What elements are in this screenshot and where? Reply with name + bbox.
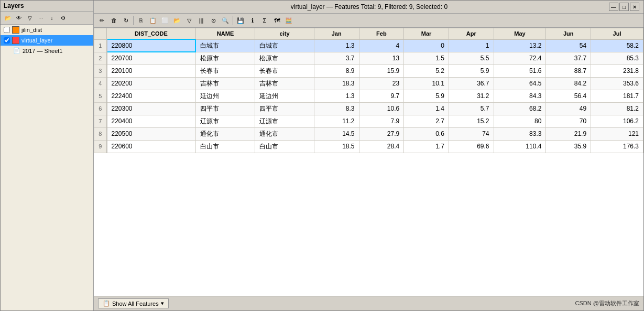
row-number: 2 — [94, 52, 107, 65]
cell-apr: 5.7 — [449, 102, 494, 115]
cell-apr: 5.5 — [449, 52, 494, 65]
cell-city: 吉林市 — [255, 77, 314, 90]
edit-pencil-icon[interactable]: ✏ — [96, 15, 107, 26]
info-icon[interactable]: ℹ — [247, 15, 258, 26]
save-icon[interactable]: 💾 — [235, 15, 246, 26]
cell-dist_code: 220800 — [107, 39, 196, 52]
table-row[interactable]: 7220400辽源市辽源市11.27.92.715.28070106.2 — [94, 115, 643, 127]
row-number: 9 — [94, 140, 107, 153]
toolbar-separator-2 — [233, 16, 233, 25]
table-row[interactable]: 6220300四平市四平市8.310.61.45.768.24981.2 — [94, 102, 643, 115]
map-icon[interactable]: 🗺 — [271, 15, 282, 26]
col-header-mar[interactable]: Mar — [404, 28, 449, 40]
layer-item-virtual-layer[interactable]: virtual_layer — [1, 35, 93, 46]
col-header-jan[interactable]: Jan — [314, 28, 359, 40]
cell-jun: 54 — [546, 39, 591, 52]
cell-name: 辽源市 — [195, 115, 255, 127]
point-icon[interactable]: ⊙ — [208, 15, 219, 26]
title-bar: virtual_layer — Features Total: 9, Filte… — [94, 1, 643, 14]
open-file-icon[interactable]: 📂 — [171, 15, 183, 26]
layer-virtual-layer-checkbox[interactable] — [4, 37, 10, 44]
cell-apr: 69.6 — [449, 140, 494, 153]
paste-icon[interactable]: 📋 — [147, 15, 159, 26]
table-row[interactable]: 4220200吉林市吉林市18.32310.136.764.584.2353.6 — [94, 77, 643, 90]
table-row[interactable]: 5222400延边州延边州1.39.75.931.284.356.4181.7 — [94, 90, 643, 102]
layer-item-jilin-dist[interactable]: jilin_dist — [1, 25, 93, 35]
dropdown-arrow-icon: ▾ — [161, 300, 164, 307]
col-header-apr[interactable]: Apr — [449, 28, 494, 40]
cell-jun: 88.7 — [546, 65, 591, 77]
window-controls: — □ ✕ — [609, 3, 639, 11]
col-header-name[interactable]: NAME — [195, 28, 255, 40]
cell-jun: 49 — [546, 102, 591, 115]
stats-icon[interactable]: Σ — [259, 15, 270, 26]
sheet-item[interactable]: 📄 2017 — Sheet1 — [1, 46, 93, 56]
cell-mar: 2.7 — [404, 115, 449, 127]
col-header-dist-code[interactable]: DIST_CODE — [107, 28, 196, 40]
close-button[interactable]: ✕ — [630, 3, 639, 11]
cell-mar: 0 — [404, 39, 449, 52]
col-header-may[interactable]: May — [494, 28, 546, 40]
table-wrapper[interactable]: DIST_CODE NAME city Jan Feb Mar Apr May … — [94, 28, 643, 296]
cell-may: 64.5 — [494, 77, 546, 90]
cell-dist_code: 220400 — [107, 115, 196, 127]
cell-mar: 0.6 — [404, 127, 449, 140]
col-header-rownum — [94, 28, 107, 40]
table-row[interactable]: 3220100长春市长春市8.915.95.25.951.688.7231.8 — [94, 65, 643, 77]
layers-open-icon[interactable]: 📂 — [3, 13, 13, 23]
delete-icon[interactable]: 🗑 — [108, 15, 119, 26]
cell-feb: 15.9 — [359, 65, 404, 77]
layers-header: Layers — [1, 1, 93, 12]
calc-icon[interactable]: 🧮 — [283, 15, 294, 26]
bottom-bar: 📋 Show All Features ▾ CSDN @雷动软件工作室 — [94, 296, 643, 310]
cell-feb: 13 — [359, 52, 404, 65]
table-icon: 📋 — [103, 300, 110, 307]
layers-filter-icon[interactable]: ▽ — [25, 13, 35, 23]
layers-down-icon[interactable]: ↓ — [47, 13, 57, 23]
cell-feb: 10.6 — [359, 102, 404, 115]
cell-may: 80 — [494, 115, 546, 127]
minimize-button[interactable]: — — [609, 3, 618, 11]
row-number: 4 — [94, 77, 107, 90]
layers-eye-icon[interactable]: 👁 — [14, 13, 24, 23]
zoom-icon[interactable]: 🔍 — [220, 15, 231, 26]
show-all-label: Show All Features — [112, 301, 159, 307]
select-rect-icon[interactable]: ⬜ — [159, 15, 171, 26]
col-header-jun[interactable]: Jun — [546, 28, 591, 40]
layers-list: jilin_dist virtual_layer 📄 2017 — Sheet1 — [1, 25, 93, 310]
col-header-city[interactable]: city — [255, 28, 314, 40]
col-header-jul[interactable]: Jul — [591, 28, 643, 40]
table-row[interactable]: 8220500通化市通化市14.527.90.67483.321.9121 — [94, 127, 643, 140]
cell-jun: 35.9 — [546, 140, 591, 153]
cell-jul: 121 — [591, 127, 643, 140]
col-header-feb[interactable]: Feb — [359, 28, 404, 40]
maximize-button[interactable]: □ — [619, 3, 629, 11]
table-row[interactable]: 2220700松原市松原市3.7131.55.572.437.785.3 — [94, 52, 643, 65]
layers-more-icon[interactable]: ⋯ — [36, 13, 46, 23]
cell-mar: 1.7 — [404, 140, 449, 153]
layer-jilin-dist-color — [12, 26, 19, 34]
cell-jul: 81.2 — [591, 102, 643, 115]
cell-city: 长春市 — [255, 65, 314, 77]
cell-jan: 8.9 — [314, 65, 359, 77]
cell-city: 延边州 — [255, 90, 314, 102]
table-row[interactable]: 1220800白城市白城市1.340113.25458.2 — [94, 39, 643, 52]
cell-may: 83.3 — [494, 127, 546, 140]
cell-may: 13.2 — [494, 39, 546, 52]
layer-jilin-dist-checkbox[interactable] — [4, 27, 10, 33]
refresh-icon[interactable]: ↻ — [120, 15, 132, 26]
cell-dist_code: 220300 — [107, 102, 196, 115]
copy-icon[interactable]: ⎘ — [135, 15, 147, 26]
table-row[interactable]: 9220600白山市白山市18.528.41.769.6110.435.9176… — [94, 140, 643, 153]
layers-settings-icon[interactable]: ⚙ — [58, 13, 68, 23]
cell-jun: 56.4 — [546, 90, 591, 102]
cell-jun: 37.7 — [546, 52, 591, 65]
cell-mar: 10.1 — [404, 77, 449, 90]
watermark: CSDN @雷动软件工作室 — [575, 299, 639, 307]
cell-apr: 74 — [449, 127, 494, 140]
show-all-features-button[interactable]: 📋 Show All Features ▾ — [98, 298, 169, 308]
columns-icon[interactable]: ||| — [195, 15, 207, 26]
filter-icon[interactable]: ▽ — [183, 15, 195, 26]
toolbar-separator-1 — [133, 16, 134, 25]
cell-jul: 85.3 — [591, 52, 643, 65]
